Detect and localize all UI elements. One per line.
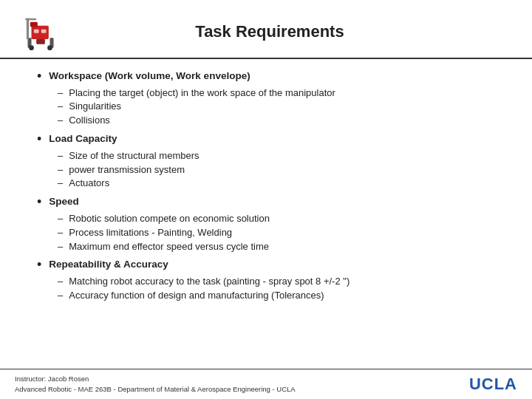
load-sub-1: Size of the structural members — [69, 149, 199, 163]
bullet-dot-3: • — [37, 194, 41, 211]
bullet-repeatability: • Repeatability & Accuracy – Matching ro… — [37, 258, 495, 302]
list-item: – Robotic solution compete on economic s… — [58, 212, 495, 226]
list-item: – power transmission system — [58, 163, 495, 177]
speed-sub-3: Maximum end effector speed versus cycle … — [69, 240, 269, 254]
slide: Task Requirements • Workspace (Work volu… — [0, 0, 532, 399]
footer: Instructor: Jacob Rosen Advanced Robotic… — [0, 369, 532, 400]
list-item: – Singularities — [58, 100, 495, 114]
footer-logo: UCLA — [469, 375, 517, 394]
repeatability-sub-2: Accuracy function of design and manufact… — [69, 289, 324, 303]
footer-line1: Instructor: Jacob Rosen — [15, 374, 296, 384]
svg-rect-4 — [30, 22, 38, 27]
load-sub-2: power transmission system — [69, 163, 185, 177]
workspace-sub-1: Placing the target (object) in the work … — [69, 86, 335, 100]
svg-point-8 — [47, 45, 52, 50]
bullet-speed: • Speed – Robotic solution compete on ec… — [37, 195, 495, 253]
list-item: – Actuators — [58, 177, 495, 191]
speed-sub-2: Process limitations - Painting, Welding — [69, 226, 232, 240]
speed-sub-1: Robotic solution compete on economic sol… — [69, 212, 270, 226]
header: Task Requirements — [0, 0, 532, 59]
list-item: – Process limitations - Painting, Weldin… — [58, 226, 495, 240]
list-item: – Collisions — [58, 114, 495, 128]
workspace-sub-3: Collisions — [69, 114, 110, 128]
load-sub-3: Actuators — [69, 177, 109, 191]
list-item: – Size of the structural members — [58, 149, 495, 163]
page-title: Task Requirements — [74, 22, 466, 41]
workspace-subitems: – Placing the target (object) in the wor… — [58, 86, 495, 129]
main-content: • Workspace (Work volume, Work envelope)… — [0, 59, 532, 315]
footer-info: Instructor: Jacob Rosen Advanced Robotic… — [15, 374, 296, 395]
bullet-load-title: Load Capacity — [49, 132, 117, 146]
list-item: – Matching robot accuracy to the task (p… — [58, 275, 495, 289]
list-item: – Accuracy function of design and manufa… — [58, 289, 495, 303]
bullet-workspace-title: Workspace (Work volume, Work envelope) — [49, 69, 250, 83]
bullet-dot-2: • — [37, 132, 41, 148]
load-subitems: – Size of the structural members – power… — [58, 149, 495, 191]
robot-icon — [22, 13, 59, 50]
footer-line2: Advanced Robotic - MAE 263B - Department… — [15, 384, 296, 395]
bullet-dot-4: • — [37, 257, 41, 273]
list-item: – Maximum end effector speed versus cycl… — [58, 240, 495, 254]
svg-point-7 — [29, 45, 34, 50]
list-item: – Placing the target (object) in the wor… — [58, 86, 495, 100]
bullet-workspace: • Workspace (Work volume, Work envelope)… — [37, 69, 495, 128]
bullet-repeatability-title: Repeatability & Accuracy — [49, 258, 168, 272]
workspace-sub-2: Singularities — [69, 100, 121, 114]
svg-rect-10 — [25, 18, 36, 21]
repeatability-subitems: – Matching robot accuracy to the task (p… — [58, 275, 495, 303]
svg-rect-3 — [36, 39, 45, 44]
svg-rect-2 — [41, 30, 47, 33]
svg-rect-9 — [27, 18, 29, 39]
bullet-dot-1: • — [37, 69, 41, 85]
bullet-load-capacity: • Load Capacity – Size of the structural… — [37, 132, 495, 191]
svg-rect-1 — [34, 30, 39, 33]
bullet-speed-title: Speed — [49, 195, 79, 209]
speed-subitems: – Robotic solution compete on economic s… — [58, 212, 495, 254]
repeatability-sub-1: Matching robot accuracy to the task (pai… — [69, 275, 349, 289]
